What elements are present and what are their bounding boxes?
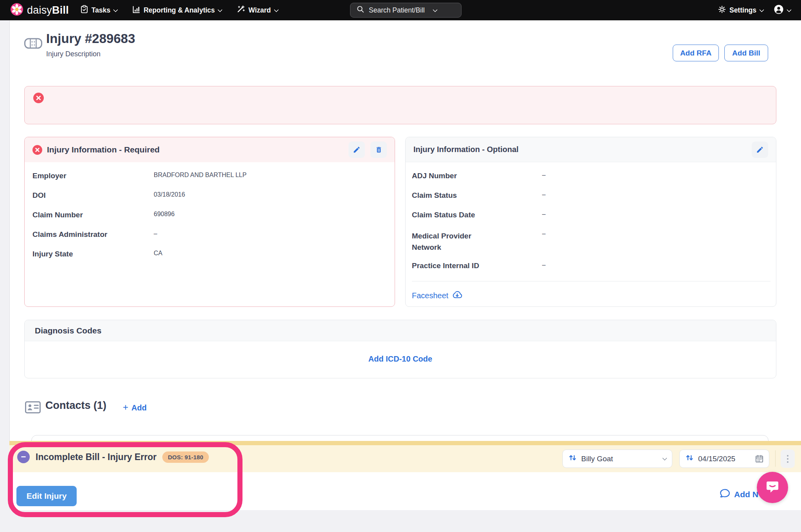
field-value: 03/18/2016 xyxy=(154,191,185,198)
field-value: – xyxy=(154,230,157,237)
field-value: CA xyxy=(154,250,162,257)
field-label: Employer xyxy=(32,172,66,180)
magic-wand-icon xyxy=(237,5,245,15)
gear-icon xyxy=(718,5,726,15)
injury-info-required-card: Injury Information - Required Employer B… xyxy=(24,137,395,307)
chevron-down-icon xyxy=(113,7,118,12)
user-avatar-icon xyxy=(774,4,784,16)
field-label: Claim Status Date xyxy=(412,211,529,219)
diagnosis-card-header: Diagnosis Codes xyxy=(25,320,776,341)
minus-circle-icon: − xyxy=(17,451,30,463)
brand-logo[interactable]: daisyBill xyxy=(10,3,69,18)
field-label: Practice Internal ID xyxy=(412,262,529,270)
field-value: 690896 xyxy=(154,211,174,218)
cloud-download-icon xyxy=(452,290,462,301)
add-contact-label: Add xyxy=(131,403,147,412)
date-value: 04/15/2025 xyxy=(698,455,735,463)
add-rfa-button[interactable]: Add RFA xyxy=(673,45,719,61)
chevron-down-icon xyxy=(787,7,792,12)
diagnosis-title: Diagnosis Codes xyxy=(35,326,101,335)
brand-name: daisyBill xyxy=(27,4,69,16)
error-circle-x-icon xyxy=(33,93,44,105)
contact-card-icon xyxy=(25,401,41,415)
swap-vertical-icon xyxy=(685,453,694,464)
edit-pencil-button[interactable] xyxy=(752,142,768,158)
chat-bubble-icon xyxy=(720,489,730,500)
bill-bar-title: Incomplete Bill - Injury Error xyxy=(36,452,156,462)
optional-card-title: Injury Information - Optional xyxy=(413,145,519,154)
chevron-down-icon xyxy=(274,7,279,12)
nav-tasks[interactable]: Tasks xyxy=(81,5,117,15)
divider xyxy=(412,281,770,281)
search-label: Search Patient/Bill xyxy=(369,6,425,14)
field-label: Claim Number xyxy=(32,211,83,219)
swap-vertical-icon xyxy=(568,453,577,464)
injury-error-alert xyxy=(24,86,776,124)
delete-trash-button[interactable] xyxy=(370,142,387,158)
plus-icon: + xyxy=(123,402,128,413)
account-menu[interactable] xyxy=(774,4,791,16)
divider xyxy=(775,450,776,467)
page-title: Injury #289683 xyxy=(46,31,135,46)
add-note-label: Add N xyxy=(734,490,758,499)
contacts-section-title: Contacts (1) xyxy=(45,399,106,412)
field-label: Claim Status xyxy=(412,191,529,200)
add-bill-button[interactable]: Add Bill xyxy=(724,45,768,61)
calendar-icon xyxy=(755,455,763,463)
dos-badge: DOS: 91-180 xyxy=(162,451,209,463)
field-label: DOI xyxy=(32,191,46,200)
add-contact-button[interactable]: + Add xyxy=(123,402,147,413)
facesheet-link[interactable]: Facesheet xyxy=(412,290,462,301)
required-card-header: Injury Information - Required xyxy=(25,137,395,162)
daisy-flower-icon xyxy=(10,3,23,18)
field-value: BRADFORD AND BARTHEL LLP xyxy=(154,172,246,179)
chevron-down-icon xyxy=(217,7,223,12)
edit-pencil-button[interactable] xyxy=(348,142,365,158)
intercom-chat-button[interactable] xyxy=(757,472,788,503)
nav-tasks-label: Tasks xyxy=(92,6,110,14)
nav-reporting-analytics[interactable]: Reporting & Analytics xyxy=(132,5,222,15)
field-value: – xyxy=(542,230,546,237)
field-label: Injury State xyxy=(32,250,73,258)
chevron-down-icon xyxy=(662,456,667,461)
field-value: – xyxy=(542,172,546,179)
error-circle-x-icon xyxy=(32,145,42,155)
edit-injury-button[interactable]: Edit Injury xyxy=(16,486,77,506)
facesheet-label: Facesheet xyxy=(412,291,448,300)
chevron-down-icon xyxy=(759,7,764,12)
clipboard-icon xyxy=(81,5,88,15)
injury-bandaid-icon xyxy=(24,38,42,51)
assignee-select[interactable]: Billy Goat xyxy=(562,450,672,468)
search-patient-bill[interactable]: Search Patient/Bill xyxy=(350,3,462,18)
injury-info-optional-card: Injury Information - Optional ADJ Number… xyxy=(405,137,776,307)
top-navbar: daisyBill Tasks Reporting & Analytics xyxy=(0,0,801,20)
chevron-down-icon xyxy=(433,7,438,12)
bar-chart-icon xyxy=(132,5,140,15)
field-value: – xyxy=(542,211,546,218)
add-icd10-link[interactable]: Add ICD-10 Code xyxy=(25,355,776,364)
required-card-title: Injury Information - Required xyxy=(47,145,160,154)
optional-card-header: Injury Information - Optional xyxy=(406,137,776,162)
field-value: – xyxy=(542,191,546,198)
field-label: Claims Administrator xyxy=(32,230,107,239)
nav-wizard[interactable]: Wizard xyxy=(237,5,278,15)
nav-wizard-label: Wizard xyxy=(248,6,271,14)
incomplete-bill-bar[interactable]: − Incomplete Bill - Injury Error DOS: 91… xyxy=(9,441,801,472)
date-field[interactable]: 04/15/2025 xyxy=(679,450,769,468)
kebab-menu-button[interactable] xyxy=(781,450,795,468)
page-subtitle: Injury Description xyxy=(46,50,101,58)
add-note-link[interactable]: Add N xyxy=(720,489,758,500)
nav-settings-label: Settings xyxy=(729,6,756,14)
field-value: – xyxy=(542,262,546,269)
field-label: ADJ Number xyxy=(412,172,529,180)
diagnosis-codes-card: Diagnosis Codes Add ICD-10 Code xyxy=(24,320,776,378)
chat-smile-icon xyxy=(765,479,780,496)
assignee-value: Billy Goat xyxy=(581,455,613,463)
search-icon xyxy=(357,5,364,15)
nav-settings[interactable]: Settings xyxy=(718,5,763,15)
field-label: Medical Provider Network xyxy=(412,230,494,253)
nav-reporting-label: Reporting & Analytics xyxy=(144,6,215,14)
